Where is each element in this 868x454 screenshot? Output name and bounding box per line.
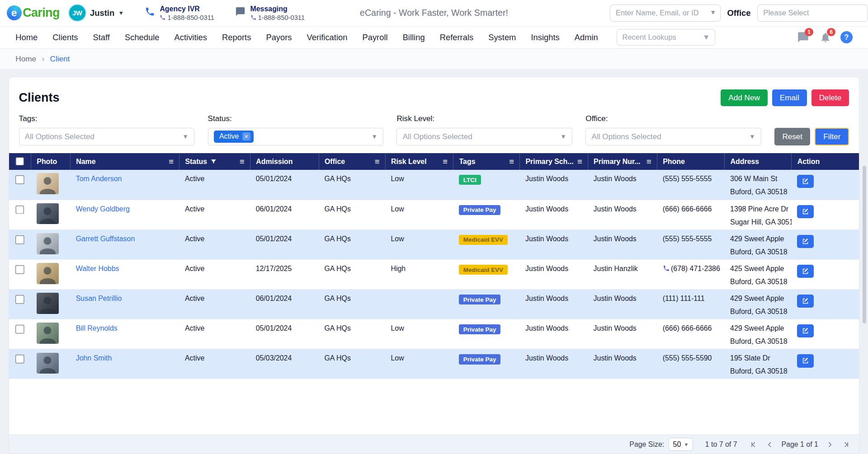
column-header[interactable]: Phone — [657, 153, 724, 170]
nav-item[interactable]: Clients — [52, 32, 78, 42]
nav-link[interactable]: System — [488, 33, 516, 42]
client-name-link[interactable]: Susan Petrillio — [76, 295, 122, 302]
nav-link[interactable]: Verification — [307, 33, 348, 42]
nav-link[interactable]: Clients — [52, 33, 78, 42]
notifications-button[interactable]: 6 — [818, 30, 833, 45]
row-checkbox[interactable] — [15, 206, 24, 215]
client-name-link[interactable]: Bill Reynolds — [76, 324, 118, 332]
nav-item[interactable]: Payors — [266, 32, 292, 42]
column-menu-icon[interactable]: ≡ — [509, 157, 514, 167]
client-name-link[interactable]: Garrett Guffstason — [76, 235, 135, 243]
user-menu[interactable]: JW Justin ▼ — [68, 4, 123, 22]
nav-link[interactable]: Payors — [266, 33, 292, 42]
row-checkbox[interactable] — [15, 235, 24, 244]
nav-link[interactable]: Referrals — [440, 33, 473, 42]
nav-item[interactable]: Billing — [403, 32, 425, 42]
column-header[interactable]: Office ≡ — [319, 153, 385, 170]
row-checkbox[interactable] — [15, 295, 24, 304]
clients-table: Photo Name ≡ — [9, 153, 859, 379]
first-page-button[interactable] — [749, 440, 757, 449]
chevron-down-icon[interactable]: ▼ — [710, 9, 716, 16]
nav-link[interactable]: Admin — [575, 33, 598, 42]
office-filter-select[interactable]: All Options Selected ▼ — [585, 128, 761, 145]
edit-button[interactable] — [797, 235, 814, 248]
edit-button[interactable] — [797, 295, 814, 308]
row-checkbox[interactable] — [15, 265, 24, 274]
client-name-link[interactable]: Walter Hobbs — [76, 265, 119, 272]
nav-item[interactable]: Staff — [93, 32, 109, 42]
column-header[interactable]: Tags ≡ — [453, 153, 520, 170]
column-header[interactable]: Admission — [250, 153, 319, 170]
column-menu-icon[interactable]: ≡ — [577, 157, 582, 167]
column-menu-icon[interactable]: ≡ — [240, 157, 245, 167]
nav-link[interactable]: Activities — [175, 33, 207, 42]
column-menu-icon[interactable]: ≡ — [443, 157, 448, 167]
chat-button[interactable]: 1 — [796, 30, 811, 45]
column-header[interactable]: Status ≡ — [179, 153, 250, 170]
nav-item[interactable]: Referrals — [440, 32, 473, 42]
client-name-link[interactable]: Wendy Goldberg — [76, 205, 130, 213]
global-search-input[interactable] — [610, 5, 721, 22]
column-header[interactable]: Risk Level ≡ — [385, 153, 453, 170]
help-button[interactable]: ? — [840, 31, 853, 43]
agency-ivr-phone[interactable]: 1-888-850-0311 — [160, 14, 214, 21]
column-menu-icon[interactable]: ≡ — [646, 157, 651, 167]
next-page-button[interactable] — [826, 440, 834, 449]
add-new-button[interactable]: Add New — [721, 89, 768, 106]
nav-item[interactable]: System — [488, 32, 516, 42]
select-all-checkbox[interactable] — [15, 157, 24, 166]
edit-button[interactable] — [797, 354, 814, 367]
reset-button[interactable]: Reset — [774, 128, 810, 145]
column-header[interactable]: Address — [725, 153, 792, 170]
status-filter-select[interactable]: Active × ▼ — [208, 128, 384, 145]
column-header[interactable]: Primary Sch... ≡ — [520, 153, 588, 170]
email-button[interactable]: Email — [772, 89, 807, 106]
recent-lookups-select[interactable]: Recent Lookups ▼ — [617, 29, 715, 46]
nav-link[interactable]: Home — [15, 33, 38, 42]
row-checkbox[interactable] — [15, 355, 24, 364]
nav-link[interactable]: Reports — [222, 33, 251, 42]
nav-item[interactable]: Insights — [531, 32, 559, 42]
nav-item[interactable]: Home — [15, 32, 38, 42]
column-header[interactable]: Action — [792, 153, 859, 170]
edit-button[interactable] — [797, 205, 814, 218]
risk-filter-select[interactable]: All Options Selected ▼ — [396, 128, 572, 145]
tags-filter-select[interactable]: All Options Selected ▼ — [19, 128, 195, 145]
nav-item[interactable]: Admin — [575, 32, 598, 42]
office-select-input[interactable] — [757, 5, 868, 22]
edit-button[interactable] — [797, 265, 814, 278]
column-header[interactable]: Photo — [31, 153, 71, 170]
client-name-link[interactable]: Tom Anderson — [76, 175, 122, 183]
filter-risk: Risk Level: All Options Selected ▼ — [396, 114, 572, 145]
edit-button[interactable] — [797, 324, 814, 337]
row-checkbox[interactable] — [15, 325, 24, 334]
nav-item[interactable]: Reports — [222, 32, 251, 42]
edit-button[interactable] — [797, 175, 814, 188]
nav-link[interactable]: Insights — [531, 33, 559, 42]
column-header[interactable]: Name ≡ — [70, 153, 179, 170]
messaging-phone[interactable]: 1-888-850-0311 — [250, 14, 305, 21]
nav-item[interactable]: Activities — [175, 32, 207, 42]
close-icon[interactable]: × — [242, 132, 250, 140]
row-checkbox[interactable] — [15, 175, 24, 184]
previous-page-button[interactable] — [765, 440, 774, 449]
nav-link[interactable]: Schedule — [125, 33, 160, 42]
scrollbar-thumb[interactable] — [863, 166, 867, 323]
nav-item[interactable]: Schedule — [125, 32, 160, 42]
delete-button[interactable]: Delete — [811, 89, 849, 106]
nav-item[interactable]: Payroll — [362, 32, 387, 42]
breadcrumb-home[interactable]: Home — [15, 54, 36, 64]
ecaring-logo[interactable]: e Caring — [7, 5, 60, 20]
column-header[interactable]: Primary Nur... ≡ — [588, 153, 657, 170]
nav-item[interactable]: Verification — [307, 32, 348, 42]
nav-link[interactable]: Staff — [93, 33, 109, 42]
client-name-link[interactable]: John Smith — [76, 354, 112, 362]
filter-funnel-icon[interactable] — [210, 158, 217, 165]
column-menu-icon[interactable]: ≡ — [375, 157, 380, 167]
last-page-button[interactable] — [842, 440, 850, 449]
column-menu-icon[interactable]: ≡ — [169, 157, 174, 167]
nav-link[interactable]: Billing — [403, 33, 425, 42]
filter-button[interactable]: Filter — [815, 128, 849, 145]
page-size-select[interactable]: 50 ▼ — [669, 438, 693, 451]
nav-link[interactable]: Payroll — [362, 33, 387, 42]
